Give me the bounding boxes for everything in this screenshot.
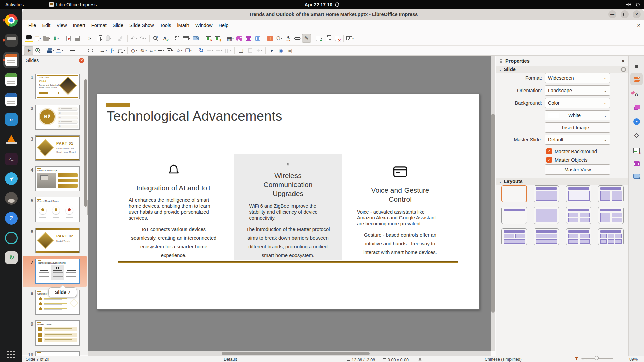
insert-image-icon[interactable] [235, 34, 244, 43]
slide-page[interactable]: Technological Advancements Integration o… [97, 94, 480, 310]
slides-panel-close-icon[interactable]: ✕ [79, 58, 84, 63]
display-views-icon[interactable]: ▾ [182, 34, 191, 43]
layout-option-left2[interactable] [598, 207, 624, 224]
fill-color-icon[interactable]: ▾ [46, 46, 55, 55]
close-document-icon[interactable]: ✕ [637, 23, 641, 28]
dock-item-vs-code[interactable]: ‹› [3, 111, 19, 127]
symbol-shapes-icon[interactable]: ☺▾ [139, 46, 148, 55]
menu-tools[interactable]: Tools [157, 21, 174, 30]
layout-option-blank[interactable] [501, 185, 527, 202]
volume-icon[interactable] [626, 2, 631, 7]
toggle-extrusion-icon[interactable]: ▣ [285, 46, 294, 55]
3d-objects-icon[interactable]: ❒▾ [184, 46, 193, 55]
insert-media-icon[interactable] [244, 34, 253, 43]
line-color-icon[interactable]: ✒▾ [55, 46, 64, 55]
show-apps-button[interactable] [7, 351, 16, 359]
start-from-current-slide-icon[interactable]: ▮ [213, 34, 222, 43]
sidebar-tab-gallery[interactable] [630, 101, 643, 114]
sidebar-menu-icon[interactable]: ≡ [630, 60, 643, 73]
export-pdf-icon[interactable] [64, 34, 73, 43]
column-voice-gesture[interactable]: Voice and Gesture Control Voice - activa… [356, 154, 444, 260]
layouts-section-header[interactable]: ⌄ Layouts [496, 178, 628, 185]
layout-option-two[interactable] [598, 185, 624, 202]
background-color-select[interactable]: White⌄ [545, 110, 610, 120]
zoom-slider-thumb[interactable] [595, 356, 599, 360]
vertical-scrollbar[interactable] [491, 56, 495, 351]
dock-item-libreoffice-calc[interactable] [3, 72, 19, 88]
fontwork-icon[interactable]: A [284, 34, 293, 43]
zoom-slider[interactable]: −+ [581, 357, 627, 362]
menu-file[interactable]: File [25, 21, 39, 30]
clock-menu[interactable]: Apr 22 17:10 [305, 2, 339, 7]
slide-thumbnail-5[interactable]: Current Market Status [35, 197, 80, 222]
orientation-select[interactable]: Landscape⌄ [545, 85, 610, 96]
menu-insert[interactable]: Insert [70, 21, 88, 30]
column-wireless[interactable]: Wireless Communication Upgrades WiFi 6 a… [234, 154, 342, 260]
menu-slide[interactable]: Slide [110, 21, 126, 30]
rotate-icon[interactable]: ↻ [197, 46, 206, 55]
start-from-first-slide-icon[interactable]: ▸ [204, 34, 213, 43]
display-grid-icon[interactable] [173, 34, 182, 43]
slide-thumbnail-2[interactable]: 目录 01 02 03 04 05 [35, 105, 80, 130]
delete-slide-icon[interactable]: ✕ [333, 34, 342, 43]
dock-item-gimp[interactable] [3, 190, 19, 206]
sidebar-tab-styles[interactable]: A [630, 88, 643, 100]
dock-item-libreoffice-writer[interactable] [3, 92, 19, 108]
handout-mode-icon[interactable]: ✎ [191, 34, 200, 43]
fit-slide-icon[interactable] [575, 357, 578, 361]
flowchart-shapes-icon[interactable]: ▾ [157, 46, 166, 55]
vertical-scrollbar-thumb[interactable] [491, 114, 495, 313]
layout-option-rows2[interactable] [534, 228, 559, 245]
insert-table-icon[interactable]: ▦▾ [226, 34, 235, 43]
slide-section-header[interactable]: ⌄ Slide [496, 66, 628, 73]
dock-item-google-chrome[interactable] [3, 12, 19, 28]
slide-thumbnail-4[interactable]: Definition and Scope [35, 166, 80, 191]
lines-and-arrows-icon[interactable]: →▾ [99, 46, 108, 55]
gear-icon[interactable] [621, 67, 626, 72]
master-slide-select[interactable]: Default⌄ [545, 135, 610, 145]
show-draw-functions-icon[interactable]: ✎ [302, 34, 311, 43]
select-icon[interactable]: ➤ [24, 46, 33, 55]
slide-thumbnail-3[interactable]: PART 01 Introduction to the Smart Home M… [35, 135, 80, 161]
new-slide-icon[interactable]: +▾ [315, 34, 324, 43]
insert-line-icon[interactable] [68, 46, 77, 55]
menu-slide-show[interactable]: Slide Show [126, 21, 157, 30]
dock-item-help-viewer[interactable]: ? [3, 210, 19, 226]
layout-option-solid[interactable] [534, 207, 559, 224]
menu-format[interactable]: Format [88, 21, 110, 30]
curves-and-polygons-icon[interactable]: ∫▾ [108, 46, 117, 55]
dock-item-vlc[interactable] [3, 131, 19, 147]
sidebar-tab-navigator[interactable] [630, 115, 643, 128]
comment-presentation-icon[interactable] [24, 34, 33, 43]
spelling-icon[interactable]: A✓ [160, 34, 169, 43]
glue-points-icon[interactable]: ◉ [276, 46, 285, 55]
menu-window[interactable]: Window [192, 21, 216, 30]
layout-option-grid6[interactable] [598, 228, 624, 245]
shadow-icon[interactable]: ❏ [236, 46, 246, 55]
print-icon[interactable] [73, 34, 82, 43]
sidebar-tab-master-slides[interactable] [630, 170, 643, 182]
find-and-replace-icon[interactable] [151, 34, 160, 43]
star-shapes-icon[interactable]: ☆▾ [175, 46, 184, 55]
basic-shapes-icon[interactable]: ◇▾ [129, 46, 139, 55]
dock-item-telegram[interactable]: ➤ [3, 171, 19, 187]
slides-panel-scrollbar[interactable] [84, 79, 87, 207]
insert-text-box-icon[interactable]: T [266, 34, 275, 43]
cut-icon[interactable]: ✂ [86, 34, 95, 43]
focused-app-indicator[interactable]: LibreOffice Impress [49, 2, 97, 7]
layout-option-big[interactable] [534, 185, 559, 202]
activities-button[interactable]: Activities [5, 2, 24, 7]
slide-thumbnail-1[interactable]: YOUR LOGO 20XX Trends and Outlook of the… [35, 74, 80, 99]
edit-points-icon[interactable]: ➤ [267, 46, 276, 55]
sidebar-tab-animation[interactable] [630, 157, 643, 170]
title-bar[interactable]: Trends and Outlook of the Smart Home Mar… [22, 9, 644, 20]
master-background-checkbox[interactable]: ✓Master Background [546, 148, 597, 154]
zoom-and-pan-icon[interactable] [33, 46, 42, 55]
menu-help[interactable]: Help [215, 21, 231, 30]
menu-view[interactable]: View [53, 21, 70, 30]
background-select[interactable]: Color⌄ [545, 98, 610, 108]
special-character-icon[interactable]: Ω▾ [275, 34, 284, 43]
slide-thumbnail-9[interactable]: Market - Driven [35, 320, 80, 346]
master-view-button[interactable]: Master View [545, 164, 610, 175]
minimize-button[interactable]: — [608, 10, 616, 18]
